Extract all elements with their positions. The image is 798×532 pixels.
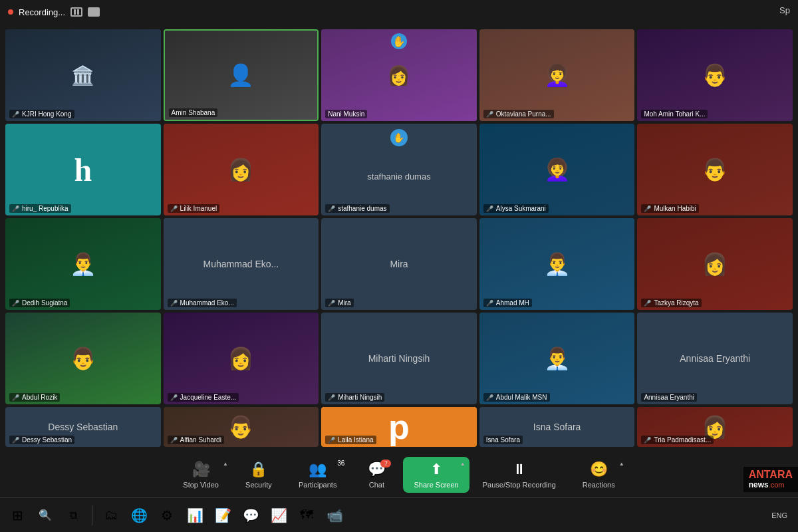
- video-tile-isna: Isna Sofara Isna Sofara: [479, 407, 635, 447]
- tile-name-dedih: 🎤 Dedih Sugiatna: [9, 299, 70, 307]
- chevron-up-icon-2: ▲: [460, 461, 466, 467]
- share-screen-icon: ⬆: [430, 461, 442, 478]
- word-button[interactable]: 📝: [211, 503, 235, 527]
- video-tile-amin: 👤 Amin Shabana: [164, 29, 319, 121]
- teams-button[interactable]: 💬: [239, 503, 263, 527]
- pause-recording-button[interactable]: [70, 7, 82, 17]
- video-tile-muheko: Muhammad Eko... 🎤 Muhammad Eko...: [164, 218, 319, 310]
- mic-off-icon-4: 🎤: [170, 205, 178, 212]
- file-explorer-button[interactable]: 🗂: [99, 503, 123, 527]
- tile-name-jacqueline: 🎤 Jacqueline Easte...: [168, 393, 239, 402]
- pause-recording-label: Pause/Stop Recording: [483, 481, 556, 489]
- pause-recording-button[interactable]: ⏸ Pause/Stop Recording: [469, 457, 569, 493]
- share-screen-label: Share Screen: [414, 481, 458, 489]
- tile-name-moh: Moh Amin Tohari K...: [641, 110, 708, 118]
- mic-off-icon: 🎤: [12, 111, 19, 118]
- video-tile-tria: 👩 🎤 Tria Padmadisast...: [637, 407, 793, 447]
- chrome-button[interactable]: ⚙: [155, 503, 179, 527]
- mic-off-icon-9: 🎤: [170, 300, 178, 307]
- tile-name-dessy: 🎤 Dessy Sebastian: [9, 436, 74, 444]
- recording-label: Recording...: [8, 7, 100, 17]
- tile-name-laila: 🎤 Laila Istiana: [325, 436, 376, 444]
- chevron-up-icon-3: ▲: [619, 461, 624, 467]
- tile-name-alysa: 🎤 Alysa Sukmarani: [483, 204, 549, 213]
- mic-off-icon-18: 🎤: [170, 437, 178, 444]
- video-tile-dedih: 👨‍💼 🎤 Dedih Sugiatna: [5, 218, 161, 310]
- chat-badge: 7: [380, 460, 391, 467]
- video-tile-annisaa: Annisaa Eryanthi Annisaa Eryanthi: [637, 313, 793, 404]
- tile-name-hiru: 🎤 hiru_ Republika: [9, 204, 71, 213]
- reactions-button[interactable]: 😊 Reactions ▲: [569, 457, 628, 493]
- mic-off-icon-20: 🎤: [644, 437, 651, 444]
- mic-off-icon-8: 🎤: [12, 300, 19, 307]
- recording-dot: [8, 9, 13, 15]
- zoom-button[interactable]: 📹: [323, 503, 346, 527]
- task-view-button[interactable]: ⧉: [61, 503, 85, 527]
- video-tile-stafhanie: ✋ stafhanie dumas 🎤 stafhanie dumas: [321, 124, 477, 215]
- video-tile-nani: 👩 ✋ Nani Muksin: [321, 29, 477, 121]
- tile-name-abdulrozik: 🎤 Abdul Rozik: [9, 393, 60, 402]
- powerpoint-button[interactable]: 📊: [183, 503, 207, 527]
- participants-button[interactable]: 👥 Participants 36: [285, 457, 350, 493]
- chat-button[interactable]: 💬 Chat 7: [350, 457, 403, 493]
- tile-name-amin: Amin Shabana: [169, 108, 218, 117]
- video-grid: 🏛️ 🎤 KJRI Hong Kong 👤 Amin Shabana 👩 ✋ N…: [0, 24, 798, 452]
- tile-name-abdulmalik: 🎤 Abdul Malik MSN: [483, 393, 550, 402]
- mic-off-icon-12: 🎤: [644, 300, 651, 307]
- excel-button[interactable]: 📈: [267, 503, 291, 527]
- top-right-label: Sp: [779, 5, 790, 15]
- pause-recording-icon: ⏸: [512, 461, 527, 478]
- bottom-toolbar: 🎥 Stop Video ▲ 🔒 Security 👥 Participants…: [0, 452, 798, 497]
- video-tile-dessy: Dessy Sebastian 🎤 Dessy Sebastian: [5, 407, 161, 447]
- tile-name-annisaa: Annisaa Eryanthi: [641, 393, 697, 402]
- tile-name-tazkya: 🎤 Tazkya Rizqyta: [641, 299, 701, 307]
- video-tile-alysa: 👩‍🦱 🎤 Alysa Sukmarani: [479, 124, 635, 215]
- reactions-label: Reactions: [583, 481, 615, 489]
- tile-name-lilik: 🎤 Lilik Imanuel: [168, 204, 220, 213]
- tile-name-mulkan: 🎤 Mulkan Habibi: [641, 204, 698, 213]
- video-tile-oktaviana: 👩‍🦱 🎤 Oktaviana Purna...: [479, 29, 635, 121]
- video-tile-miharti: Miharti Ningsih 🎤 Miharti Ningsih: [321, 313, 477, 404]
- taskbar-divider: [92, 505, 92, 525]
- security-icon: 🔒: [249, 461, 267, 478]
- stop-recording-button[interactable]: [88, 7, 100, 17]
- tile-name-miharti: 🎤 Miharti Ningsih: [325, 393, 384, 402]
- video-tile-abdulmalik: 👨‍💼 🎤 Abdul Malik MSN: [479, 313, 635, 404]
- video-tile-jacqueline: 👩 🎤 Jacqueline Easte...: [164, 313, 319, 404]
- mic-off-icon-17: 🎤: [12, 437, 19, 444]
- video-tile-hiru: h 🎤 hiru_ Republika: [5, 124, 161, 215]
- chevron-up-icon: ▲: [223, 461, 228, 467]
- watermark: ANTARA news .com: [743, 467, 798, 492]
- tile-name-oktaviana: 🎤 Oktaviana Purna...: [483, 110, 554, 118]
- video-tile-laila: p 🎤 Laila Istiana: [321, 407, 477, 447]
- tile-name-kjri: 🎤 KJRI Hong Kong: [9, 110, 74, 118]
- windows-taskbar: ⊞ 🔍 ⧉ 🗂 🌐 ⚙ 📊 📝 💬 📈 🗺 📹 ENG: [0, 497, 798, 532]
- search-button[interactable]: 🔍: [33, 503, 57, 527]
- tile-name-stafhanie: 🎤 stafhanie dumas: [325, 204, 389, 213]
- video-tile-kjri: 🏛️ 🎤 KJRI Hong Kong: [5, 29, 161, 121]
- mic-off-icon-15: 🎤: [328, 394, 335, 401]
- video-tile-moh: 👨 Moh Amin Tohari K...: [637, 29, 793, 121]
- tile-name-ahmad: 🎤 Ahmad MH: [483, 299, 532, 307]
- stop-video-button[interactable]: 🎥 Stop Video ▲: [170, 457, 232, 493]
- video-tile-ahmad: 👨‍💼 🎤 Ahmad MH: [479, 218, 635, 310]
- top-bar: Recording... Sp: [0, 0, 798, 24]
- reactions-icon: 😊: [590, 461, 608, 478]
- taskbar-time: ENG: [766, 511, 793, 519]
- mic-off-icon-11: 🎤: [486, 300, 493, 307]
- mic-off-icon-16: 🎤: [486, 394, 493, 401]
- video-tile-tazkya: 👩 🎤 Tazkya Rizqyta: [637, 218, 793, 310]
- hand-raise-icon: ✋: [391, 33, 407, 49]
- video-tile-mulkan: 👨 🎤 Mulkan Habibi: [637, 124, 793, 215]
- video-tile-abdulrozik: 👨 🎤 Abdul Rozik: [5, 313, 161, 404]
- security-button[interactable]: 🔒 Security: [232, 457, 285, 493]
- mic-off-icon-14: 🎤: [170, 394, 178, 401]
- maps-button[interactable]: 🗺: [295, 503, 319, 527]
- share-screen-button[interactable]: ⬆ Share Screen ▲: [403, 457, 469, 493]
- tile-name-nani: Nani Muksin: [325, 110, 367, 118]
- start-button[interactable]: ⊞: [5, 503, 29, 527]
- edge-button[interactable]: 🌐: [127, 503, 151, 527]
- tile-name-tria: 🎤 Tria Padmadisast...: [641, 436, 714, 444]
- mic-off-icon-2: 🎤: [486, 111, 493, 118]
- security-label: Security: [245, 481, 272, 489]
